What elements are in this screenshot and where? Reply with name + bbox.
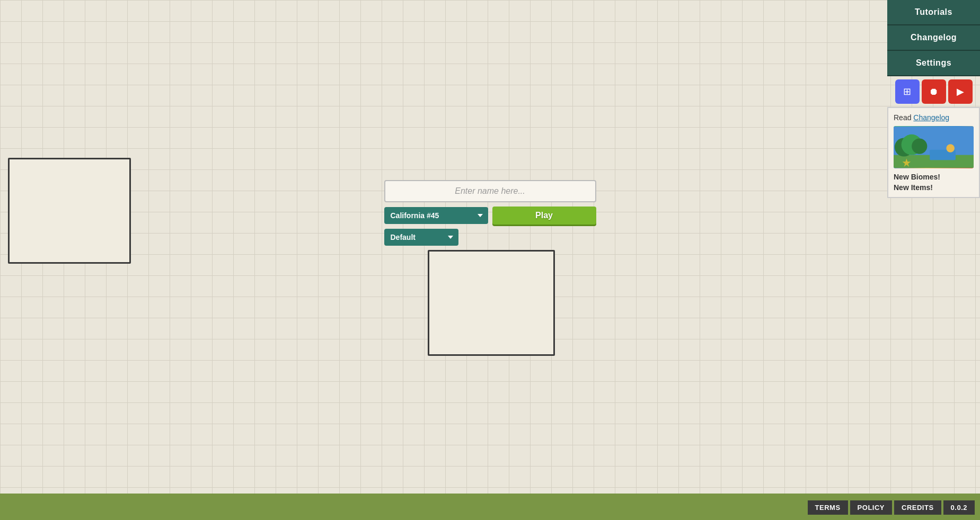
changelog-new-items: New Items!	[894, 183, 974, 192]
right-panel: Tutorials Changelog Settings ⊞ ⏺ ▶ Read …	[887, 0, 980, 198]
discord-button[interactable]: ⊞	[895, 79, 920, 104]
record-icon: ⏺	[929, 86, 939, 97]
changelog-button[interactable]: Changelog	[887, 25, 980, 51]
terms-button[interactable]: TERMS	[808, 500, 848, 515]
changelog-panel-title: Read Changelog	[894, 113, 974, 122]
settings-button[interactable]: Settings	[887, 51, 980, 76]
changelog-image	[894, 126, 974, 168]
youtube-icon: ▶	[957, 86, 964, 97]
footer-links: TERMS POLICY CREDITS 0.0.2	[808, 500, 975, 515]
svg-point-4	[912, 138, 927, 154]
controls-row: California #45 New York #1 London #1 Pla…	[384, 207, 596, 225]
policy-button[interactable]: POLICY	[850, 500, 892, 515]
youtube-button[interactable]: ▶	[948, 79, 973, 104]
server-select[interactable]: California #45 New York #1 London #1	[384, 207, 488, 224]
skin-select[interactable]: Default Skin 1 Skin 2	[384, 229, 458, 246]
left-decorative-square	[8, 158, 131, 264]
discord-icon: ⊞	[903, 86, 911, 97]
credits-button[interactable]: CREDITS	[894, 500, 941, 515]
changelog-link[interactable]: Changelog	[913, 113, 949, 122]
svg-point-6	[946, 144, 955, 153]
social-icons-row: ⊞ ⏺ ▶	[887, 76, 980, 107]
version-button[interactable]: 0.0.2	[943, 500, 975, 515]
play-button[interactable]: Play	[492, 207, 596, 225]
changelog-new-biomes: New Biomes!	[894, 173, 974, 181]
name-input[interactable]	[384, 180, 596, 202]
skin-preview-box	[428, 250, 555, 356]
changelog-panel: Read Changelog New Biomes! New Items!	[887, 107, 980, 198]
record-button[interactable]: ⏺	[922, 79, 946, 104]
tutorials-button[interactable]: Tutorials	[887, 0, 980, 25]
center-panel: California #45 New York #1 London #1 Pla…	[384, 180, 596, 356]
